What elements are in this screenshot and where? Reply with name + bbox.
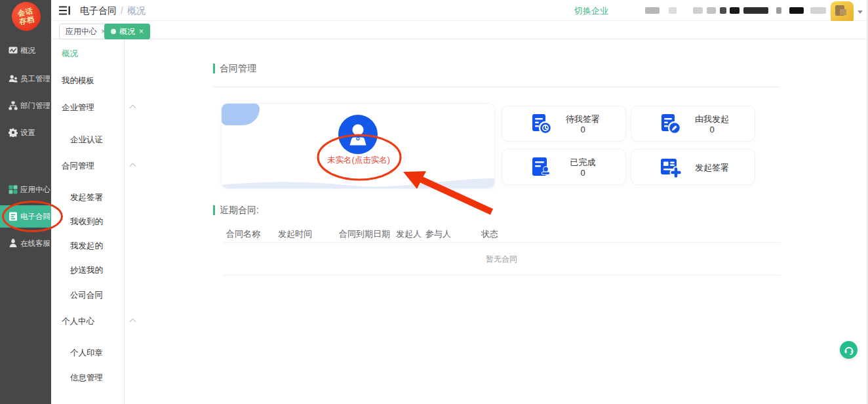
column-header-participants: 参与人 [425, 228, 451, 240]
menu-item-company-contracts[interactable]: 公司合同 [70, 289, 103, 301]
redacted-text-block [730, 7, 740, 14]
menu-group-personal[interactable]: 个人中心 [62, 315, 94, 327]
sidebar-item-departments[interactable]: 部门管理 [0, 98, 51, 113]
sidebar-item-label: 概况 [20, 46, 35, 56]
sidebar-item-label: 在线客服 [20, 239, 50, 249]
breadcrumb-parent[interactable]: 电子合同 [80, 5, 117, 16]
column-header-status: 状态 [481, 228, 498, 240]
redacted-text-block [693, 7, 703, 14]
breadcrumb-separator: / [121, 5, 123, 16]
breadcrumb: 电子合同/概况 [80, 5, 146, 17]
top-bar: 电子合同/概况 切换企业 [51, 0, 868, 21]
column-header-initiator: 发起人 [396, 228, 422, 240]
primary-sidebar: 会话 存档 概况 员工管理 部门管理 设置 [0, 0, 51, 404]
realname-avatar-button[interactable] [338, 115, 378, 154]
sidebar-item-settings[interactable]: 设置 [0, 125, 51, 140]
stat-label: 发起签署 [695, 162, 729, 173]
realname-card: 未实名(点击实名) [221, 103, 495, 189]
sidebar-item-employees[interactable]: 员工管理 [0, 71, 51, 87]
menu-group-enterprise[interactable]: 企业管理 [62, 102, 94, 113]
employees-icon [9, 74, 18, 83]
section-title-contract-management: 合同管理 [213, 64, 256, 73]
decorative-wave [222, 175, 495, 188]
stat-label: 由我发起 [695, 113, 729, 125]
menu-item-overview[interactable]: 概况 [62, 48, 78, 60]
column-header-expiry-date: 合同到期日期 [339, 228, 390, 240]
menu-item-info-management[interactable]: 信息管理 [70, 372, 103, 384]
app-logo: 会话 存档 [10, 0, 43, 33]
menu-item-my-templates[interactable]: 我的模板 [62, 75, 94, 87]
divider [223, 242, 780, 243]
tab-overview[interactable]: 概况 × [104, 24, 150, 39]
support-icon [9, 239, 18, 248]
stat-card-initiated-by-me[interactable]: 由我发起0 [631, 106, 755, 142]
sidebar-item-label: 设置 [20, 128, 35, 138]
secondary-sidebar: 概况 我的模板 企业管理 企业认证 合同管理 发起签署 我收到的 我发起的 抄送… [51, 39, 125, 404]
menu-group-contracts[interactable]: 合同管理 [62, 160, 94, 172]
stat-card-initiate-signing[interactable]: 发起签署 [631, 149, 755, 185]
settings-icon [9, 128, 18, 137]
main-content [125, 39, 868, 404]
apps-icon [9, 185, 18, 194]
breadcrumb-current: 概况 [127, 5, 146, 16]
open-tabs-bar: 应用中心 × 概况 × [51, 21, 868, 39]
sidebar-item-label: 电子合同 [20, 212, 50, 222]
redacted-text-block [645, 7, 660, 14]
customer-service-button[interactable] [840, 341, 858, 359]
decorative-blob [222, 104, 260, 125]
redacted-text-block [720, 7, 726, 14]
redacted-text-block [789, 7, 804, 14]
stat-value: 0 [580, 125, 585, 135]
app-logo-text: 存档 [18, 15, 35, 26]
dashboard-icon [9, 46, 18, 55]
switch-company-link[interactable]: 切换企业 [574, 5, 608, 17]
menu-item-personal-seal[interactable]: 个人印章 [70, 347, 103, 359]
menu-item-received[interactable]: 我收到的 [70, 216, 103, 228]
realname-link[interactable]: 未实名(点击实名) [222, 155, 495, 166]
close-icon[interactable]: × [139, 27, 144, 36]
document-plus-icon [658, 155, 682, 180]
column-header-start-time: 发起时间 [278, 228, 312, 240]
empty-state-text: 暂无合同 [223, 254, 780, 265]
table-header-row: 合同名称 发起时间 合同到期日期 发起人 参与人 状态 [0, 228, 868, 240]
column-header-contract-name: 合同名称 [226, 228, 260, 240]
sidebar-item-label: 部门管理 [20, 101, 50, 111]
divider [213, 87, 780, 87]
stat-value: 0 [709, 125, 714, 135]
sidebar-item-label: 员工管理 [20, 74, 50, 84]
redacted-text-block [743, 7, 768, 14]
headset-icon [844, 345, 854, 355]
redacted-text-block [776, 7, 781, 14]
document-stamp-icon [528, 155, 553, 180]
departments-icon [9, 101, 18, 110]
redacted-text-block [669, 7, 677, 14]
divider [223, 275, 780, 275]
tab-label: 概况 [119, 26, 135, 37]
sidebar-item-econtract[interactable]: 电子合同 [0, 205, 51, 228]
menu-item-enterprise-auth[interactable]: 企业认证 [70, 134, 103, 146]
stat-card-completed[interactable]: 已完成0 [502, 149, 626, 185]
menu-item-cc-me[interactable]: 抄送我的 [70, 264, 103, 276]
menu-item-initiate-sign[interactable]: 发起签署 [70, 192, 103, 203]
sidebar-item-online-support[interactable]: 在线客服 [0, 235, 51, 251]
stat-label: 待我签署 [566, 113, 600, 125]
collapse-menu-icon[interactable] [59, 6, 71, 15]
menu-item-initiated[interactable]: 我发起的 [70, 240, 103, 252]
sidebar-item-label: 应用中心 [20, 185, 50, 195]
active-tab-dot [111, 29, 116, 34]
redacted-text-block [810, 7, 826, 14]
document-clock-icon [528, 111, 553, 136]
tab-label: 应用中心 [66, 26, 97, 37]
document-edit-icon [658, 111, 682, 136]
sidebar-item-overview[interactable]: 概况 [0, 43, 51, 58]
contract-icon [9, 212, 18, 221]
chevron-down-icon[interactable] [858, 10, 863, 14]
stat-card-awaiting-my-signature[interactable]: 待我签署0 [502, 106, 626, 142]
redacted-text-block [707, 7, 716, 14]
section-title-recent-contracts: 近期合同: [213, 205, 259, 215]
sidebar-item-app-center[interactable]: 应用中心 [0, 182, 51, 197]
stat-value: 0 [580, 168, 585, 178]
stat-label: 已完成 [570, 157, 596, 168]
